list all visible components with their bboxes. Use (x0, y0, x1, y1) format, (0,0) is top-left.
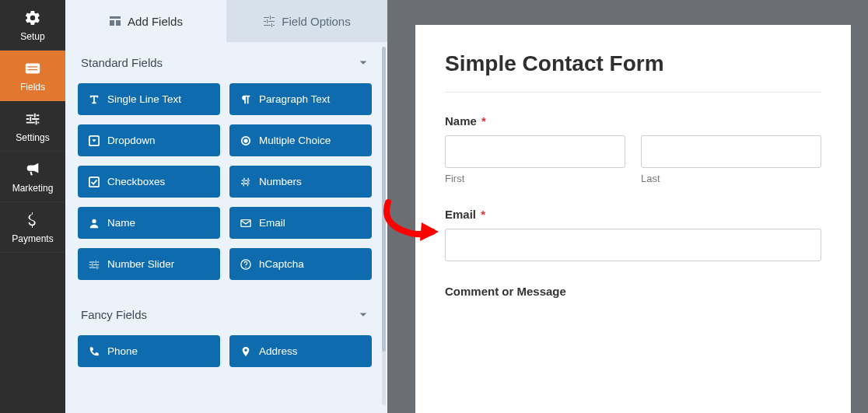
field-name[interactable]: Name (78, 207, 220, 239)
field-label: Name (107, 217, 135, 229)
sidenav-item-fields[interactable]: Fields (0, 51, 65, 101)
last-name-input[interactable] (641, 135, 821, 168)
label-text: Name (445, 114, 477, 128)
hash-icon (240, 177, 251, 187)
field-dropdown[interactable]: Dropdown (78, 124, 220, 156)
form-icon (24, 60, 41, 77)
svg-rect-1 (28, 66, 38, 67)
envelope-icon (240, 218, 251, 229)
group-fancy-fields[interactable]: Fancy Fields (65, 294, 384, 329)
dollar-icon (24, 212, 41, 229)
sidenav-label: Settings (16, 132, 49, 143)
field-label: Number Slider (107, 258, 174, 270)
field-label: Single Line Text (107, 93, 181, 105)
caret-square-icon (89, 135, 100, 146)
group-title: Standard Fields (81, 56, 163, 69)
svg-rect-5 (116, 20, 121, 26)
field-email[interactable]: Email (229, 207, 372, 239)
name-label: Name * (445, 114, 821, 128)
tab-field-options[interactable]: Field Options (226, 0, 387, 42)
group-title: Fancy Fields (81, 308, 147, 321)
svg-rect-11 (241, 219, 250, 226)
svg-rect-2 (28, 69, 38, 70)
layout-icon (109, 15, 121, 27)
scrollbar-thumb[interactable] (382, 47, 386, 352)
field-label: Numbers (259, 176, 302, 187)
sidenav-label: Fields (20, 82, 45, 93)
standard-field-grid: Single Line Text Paragraph Text Dropdown… (65, 77, 384, 294)
form-title: Simple Contact Form (445, 51, 821, 93)
field-label: hCaptcha (259, 258, 304, 270)
tab-label: Field Options (282, 15, 350, 28)
required-asterisk: * (481, 208, 485, 221)
last-sublabel: Last (641, 173, 821, 184)
field-label: Multiple Choice (259, 135, 331, 146)
sidenav-item-settings[interactable]: Settings (0, 101, 65, 152)
form-canvas: Simple Contact Form Name * First Last Em… (387, 0, 868, 413)
panel-body: Standard Fields Single Line Text Paragra… (65, 42, 387, 413)
field-address[interactable]: Address (229, 335, 372, 367)
form-preview: Simple Contact Form Name * First Last Em… (415, 25, 851, 413)
svg-point-10 (92, 219, 96, 222)
sidenav-label: Marketing (12, 183, 54, 194)
field-label: Checkboxes (107, 176, 165, 187)
paragraph-icon (240, 94, 251, 105)
sidenav-item-payments[interactable]: Payments (0, 202, 65, 253)
bullhorn-icon (24, 161, 41, 178)
field-number-slider[interactable]: Number Slider (78, 248, 220, 280)
sidenav-label: Payments (12, 233, 53, 244)
form-field-name[interactable]: Name * First Last (445, 114, 821, 184)
comment-label: Comment or Message (445, 285, 821, 298)
fields-panel: Add Fields Field Options Standard Fields… (65, 0, 387, 413)
chevron-down-icon (358, 310, 369, 320)
field-label: Dropdown (107, 135, 156, 146)
field-single-line-text[interactable]: Single Line Text (78, 83, 220, 115)
fancy-field-grid: Phone Address (65, 329, 384, 381)
sliders-icon (263, 15, 275, 27)
first-name-input[interactable] (445, 135, 625, 168)
panel-scrollbar[interactable] (382, 47, 386, 405)
side-nav: Setup Fields Settings Marketing Payments (0, 0, 65, 413)
field-hcaptcha[interactable]: hCaptcha (229, 248, 372, 280)
field-label: Phone (107, 345, 138, 357)
svg-rect-0 (26, 64, 40, 74)
sidenav-item-marketing[interactable]: Marketing (0, 152, 65, 202)
svg-point-13 (245, 266, 246, 267)
field-multiple-choice[interactable]: Multiple Choice (229, 124, 372, 156)
check-square-icon (89, 177, 100, 187)
field-numbers[interactable]: Numbers (229, 166, 372, 198)
field-label: Paragraph Text (259, 93, 330, 105)
group-standard-fields[interactable]: Standard Fields (65, 42, 384, 77)
map-pin-icon (240, 346, 251, 357)
field-label: Email (259, 217, 285, 229)
svg-point-8 (243, 138, 247, 142)
gear-icon (24, 9, 41, 26)
svg-rect-9 (89, 177, 99, 186)
sliders-icon (89, 259, 100, 270)
chevron-down-icon (358, 58, 369, 68)
field-checkboxes[interactable]: Checkboxes (78, 166, 220, 198)
sidenav-label: Setup (20, 31, 44, 42)
field-paragraph-text[interactable]: Paragraph Text (229, 83, 372, 115)
form-field-email[interactable]: Email * (445, 208, 821, 261)
tab-add-fields[interactable]: Add Fields (65, 0, 226, 42)
sliders-icon (24, 110, 41, 128)
label-text: Email (445, 208, 476, 221)
first-sublabel: First (445, 173, 625, 184)
form-field-comment[interactable]: Comment or Message (445, 285, 821, 298)
panel-tabs: Add Fields Field Options (65, 0, 387, 42)
sidenav-item-setup[interactable]: Setup (0, 0, 65, 51)
email-label: Email * (445, 208, 821, 221)
radio-icon (240, 135, 251, 146)
field-label: Address (259, 345, 298, 357)
tab-label: Add Fields (128, 15, 183, 28)
required-asterisk: * (481, 114, 486, 128)
phone-icon (89, 346, 100, 357)
question-circle-icon (240, 259, 251, 270)
email-input[interactable] (445, 229, 821, 261)
user-icon (89, 218, 100, 229)
svg-rect-3 (110, 16, 121, 19)
field-phone[interactable]: Phone (78, 335, 220, 367)
text-icon (89, 94, 100, 105)
svg-rect-4 (110, 20, 114, 26)
